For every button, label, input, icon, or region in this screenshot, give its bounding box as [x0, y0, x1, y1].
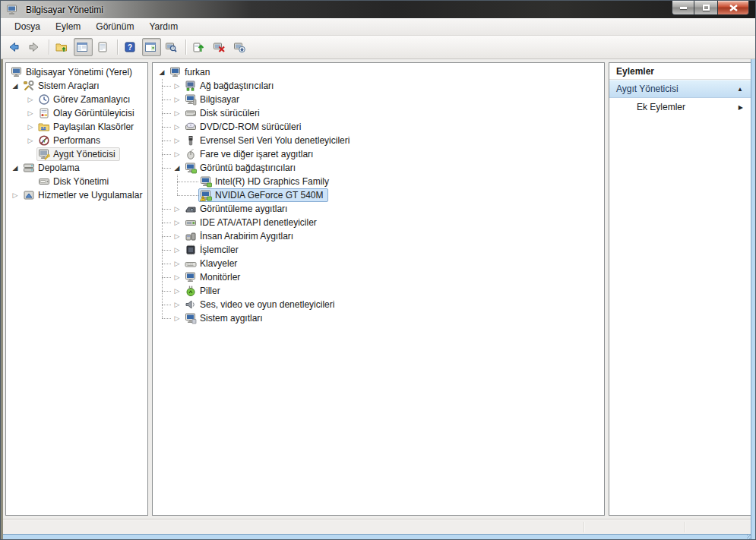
tree-item: Intel(R) HD Graphics Family	[153, 175, 604, 188]
up-folder-button[interactable]	[53, 38, 72, 56]
hid-device-icon	[185, 230, 197, 242]
menu-item-gorunum[interactable]: Görünüm	[88, 18, 141, 35]
expander-collapsed-icon[interactable]: ▷	[171, 148, 183, 160]
expander-collapsed-icon[interactable]: ▷	[171, 244, 183, 256]
expander-collapsed-icon[interactable]: ▷	[171, 134, 183, 147]
expander-expanded-icon[interactable]: ◢	[156, 66, 168, 78]
minimize-button[interactable]	[672, 1, 694, 15]
expander-collapsed-icon[interactable]: ▷	[171, 298, 183, 311]
mouse-icon	[185, 148, 197, 160]
tree-guide-line	[162, 250, 171, 251]
tree-row-content[interactable]: Klavyeler	[183, 257, 242, 270]
tree-row-content[interactable]: Olay Görüntüleyicisi	[36, 106, 139, 120]
actions-group-title: Aygıt Yöneticisi	[616, 84, 737, 94]
expander-collapsed-icon[interactable]: ▷	[9, 189, 21, 201]
tree-item-label: Klavyeler	[200, 258, 239, 269]
status-bar	[1, 519, 755, 534]
tree-item-label: Ses, video ve oyun denetleyicileri	[200, 299, 336, 310]
disable-device-button[interactable]	[210, 38, 229, 56]
window-title: Bilgisayar Yönetimi	[26, 5, 103, 15]
expander-collapsed-icon[interactable]: ▷	[24, 121, 36, 133]
tree-row-content[interactable]: Bilgisayar	[183, 93, 244, 106]
tree-row-content[interactable]: İnsan Arabirim Aygıtları	[183, 229, 298, 243]
tree-row-content[interactable]: Sistem Araçları	[21, 79, 104, 93]
tree-item-label: Bilgisayar Yönetimi (Yerel)	[26, 67, 134, 77]
action-pane-toggle-button[interactable]	[142, 38, 161, 56]
tree-row-content[interactable]: Görüntüleme aygıtları	[183, 202, 292, 216]
expander-collapsed-icon[interactable]: ▷	[171, 121, 183, 133]
expander-collapsed-icon[interactable]: ▷	[171, 230, 183, 242]
status-bar-divider	[685, 522, 685, 532]
menu-item-dosya[interactable]: Dosya	[7, 18, 48, 35]
help-button[interactable]: ?	[122, 38, 141, 56]
expander-collapsed-icon[interactable]: ▷	[171, 93, 183, 106]
tree-item-label: Görüntüleme aygıtları	[200, 204, 289, 214]
tree-row-content[interactable]: Aygıt Yöneticisi	[36, 147, 120, 161]
expander-expanded-icon[interactable]: ◢	[9, 162, 21, 174]
tree-row-content[interactable]: Intel(R) HD Graphics Family	[198, 175, 334, 188]
properties-button[interactable]	[94, 38, 113, 56]
menu-item-yardim[interactable]: Yardım	[141, 18, 185, 35]
tree-item: ▷DVD/CD-ROM sürücüleri	[153, 120, 604, 134]
tree-guide-line	[162, 99, 171, 100]
tree-row-content[interactable]: Bilgisayar Yönetimi (Yerel)	[9, 65, 137, 79]
expander-collapsed-icon[interactable]: ▷	[171, 312, 183, 324]
imaging-device-icon	[185, 203, 197, 215]
uninstall-device-button[interactable]	[231, 38, 250, 56]
expander-collapsed-icon[interactable]: ▷	[24, 134, 36, 147]
tree-row-content[interactable]: Depolama	[21, 161, 84, 175]
tree-row-content[interactable]: IDE ATA/ATAPI denetleyiciler	[183, 216, 321, 229]
tree-row-content[interactable]: İşlemciler	[183, 243, 243, 257]
tree-row-content[interactable]: NVIDIA GeForce GT 540M	[198, 188, 328, 202]
expander-collapsed-icon[interactable]: ▷	[171, 285, 183, 297]
tree-row-content[interactable]: Monitörler	[183, 270, 245, 284]
menu-item-eylem[interactable]: Eylem	[48, 18, 88, 35]
tree-row-content[interactable]: DVD/CD-ROM sürücüleri	[183, 120, 305, 134]
tree-row-content[interactable]: Evrensel Seri Veri Yolu denetleyicileri	[183, 134, 354, 147]
tree-row-content[interactable]: furkan	[168, 65, 214, 79]
expander-expanded-icon[interactable]: ◢	[9, 80, 21, 92]
tree-item: ▷Evrensel Seri Veri Yolu denetleyicileri	[153, 134, 604, 147]
back-button[interactable]	[5, 38, 24, 56]
expander-collapsed-icon[interactable]: ▷	[171, 107, 183, 119]
expander-collapsed-icon[interactable]: ▷	[171, 216, 183, 229]
event-viewer-icon	[38, 107, 50, 119]
console-tree-toggle-button[interactable]	[74, 38, 93, 56]
expander-collapsed-icon[interactable]: ▷	[171, 257, 183, 270]
expander-collapsed-icon[interactable]: ▷	[171, 203, 183, 215]
expander-collapsed-icon[interactable]: ▷	[24, 107, 36, 119]
tree-row-content[interactable]: Görüntü bağdaştırıcıları	[183, 161, 300, 175]
tree-row-content[interactable]: Sistem aygıtları	[183, 311, 267, 325]
tree-row-content[interactable]: Ağ bağdaştırıcıları	[183, 79, 278, 93]
tree-item: ▷Görev Zamanlayıcı	[6, 93, 147, 106]
tree-item-label: DVD/CD-ROM sürücüleri	[200, 122, 302, 132]
close-button[interactable]	[717, 1, 749, 15]
expander-expanded-icon[interactable]: ◢	[171, 162, 183, 174]
action-item-more-actions[interactable]: Ek Eylemler ▶	[609, 98, 751, 116]
window-bottom-edge	[1, 534, 755, 540]
forward-button[interactable]	[26, 38, 45, 56]
tree-guide-line	[177, 195, 198, 196]
tree-row-content[interactable]: Fare ve diğer işaret aygıtları	[183, 147, 318, 161]
tree-item: ▷İşlemciler	[153, 243, 604, 257]
tree-row-content[interactable]: Hizmetler ve Uygulamalar	[21, 188, 147, 202]
collapse-group-icon[interactable]: ▲	[737, 86, 743, 93]
tree-row-content[interactable]: Görev Zamanlayıcı	[36, 93, 134, 106]
tree-row-content[interactable]: Ses, video ve oyun denetleyicileri	[183, 298, 339, 311]
help-icon: ?	[124, 41, 136, 53]
titlebar[interactable]: Bilgisayar Yönetimi	[1, 1, 755, 18]
expander-collapsed-icon[interactable]: ▷	[171, 80, 183, 92]
actions-group-device-manager[interactable]: Aygıt Yöneticisi ▲	[609, 80, 751, 98]
scan-hardware-button[interactable]	[163, 38, 182, 56]
update-driver-button[interactable]	[190, 38, 209, 56]
action-item-label: Ek Eylemler	[637, 102, 739, 112]
tree-row-content[interactable]: Disk sürücüleri	[183, 106, 264, 120]
tree-row-content[interactable]: Paylaşılan Klasörler	[36, 120, 138, 134]
tree-row-content[interactable]: Performans	[36, 134, 105, 147]
tree-row-content[interactable]: Piller	[183, 284, 225, 298]
tree-row-content[interactable]: Disk Yönetimi	[36, 175, 113, 188]
task-scheduler-icon	[38, 93, 50, 106]
expander-collapsed-icon[interactable]: ▷	[171, 271, 183, 283]
expander-collapsed-icon[interactable]: ▷	[24, 93, 36, 106]
maximize-button[interactable]	[694, 1, 717, 15]
